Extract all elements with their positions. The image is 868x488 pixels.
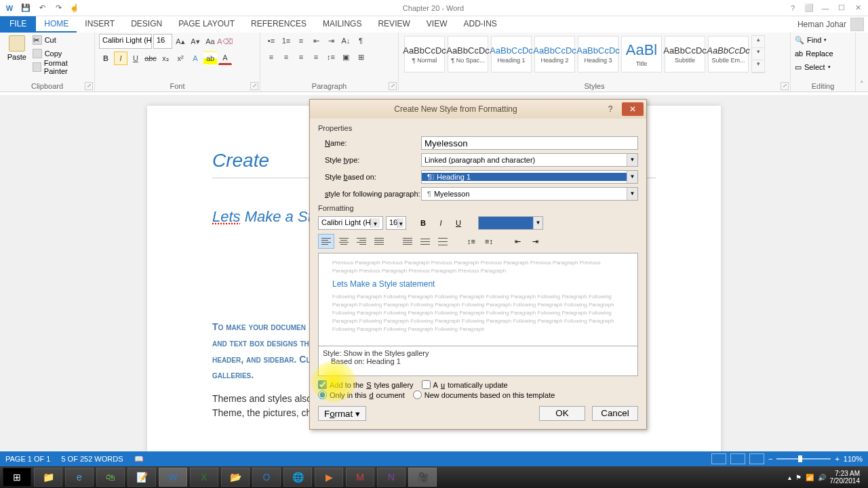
task-ie-icon[interactable]: e [65, 468, 94, 487]
help-icon[interactable]: ? [787, 3, 799, 14]
style-tile-nospacing[interactable]: AaBbCcDc¶ No Spac... [448, 36, 488, 73]
style-tile-heading2[interactable]: AaBbCcDcHeading 2 [534, 36, 575, 73]
dlg-align-center-icon[interactable] [336, 234, 352, 249]
select-button[interactable]: ▭Select▾ [795, 61, 833, 73]
tray-flag-icon[interactable]: ⚑ [795, 474, 802, 481]
dlg-space-after-icon[interactable]: ≡↕ [481, 234, 497, 249]
maximize-icon[interactable]: ☐ [835, 3, 848, 14]
tab-review[interactable]: REVIEW [370, 16, 418, 33]
dlg-justify-icon[interactable] [371, 234, 387, 249]
new-docs-radio[interactable]: New documents based on this template [413, 390, 555, 399]
highlight-icon[interactable]: ab [203, 52, 217, 65]
dialog-close-icon[interactable]: ✕ [622, 102, 644, 116]
paragraph-launcher-icon[interactable]: ⤢ [389, 82, 397, 90]
font-name-combo[interactable]: Calibri Light (H [99, 34, 152, 49]
task-media-icon[interactable]: ▶ [315, 468, 343, 487]
task-camtasia-icon[interactable]: 🎥 [408, 468, 437, 487]
auto-update-checkbox[interactable]: Automatically update [422, 380, 508, 389]
tray-network-icon[interactable]: 📶 [806, 474, 814, 481]
view-print-icon[interactable] [730, 453, 745, 464]
format-button[interactable]: Format ▾ [318, 406, 366, 421]
task-onenote-icon[interactable]: N [377, 468, 406, 487]
tab-home[interactable]: HOME [36, 16, 77, 33]
dlg-bold-icon[interactable]: B [416, 216, 431, 230]
font-launcher-icon[interactable]: ⤢ [250, 82, 258, 90]
dlg-font-color-combo[interactable]: ▼ [478, 216, 543, 230]
minimize-icon[interactable]: — [819, 3, 831, 14]
increase-indent-icon[interactable]: ⇥ [324, 34, 338, 47]
only-this-doc-radio[interactable]: Only in this document [318, 390, 405, 399]
style-tile-subtitle[interactable]: AaBbCcDcSubtitle [665, 36, 705, 73]
status-words[interactable]: 5 OF 252 WORDS [61, 455, 123, 463]
dialog-help-icon[interactable]: ? [601, 104, 619, 114]
style-type-combo[interactable]: Linked (paragraph and character)▼ [421, 153, 638, 167]
tray-volume-icon[interactable]: 🔊 [818, 474, 826, 481]
dlg-decrease-indent-icon[interactable]: ⇤ [509, 234, 526, 249]
font-color-icon[interactable]: A [218, 52, 232, 65]
tab-file[interactable]: FILE [0, 16, 36, 33]
task-app1-icon[interactable]: M [346, 468, 374, 487]
task-outlook-icon[interactable]: O [252, 468, 281, 487]
tab-references[interactable]: REFERENCES [243, 16, 315, 33]
superscript-icon[interactable]: x² [174, 52, 187, 65]
cancel-button[interactable]: Cancel [592, 406, 638, 421]
change-case-icon[interactable]: Aa [203, 35, 217, 48]
style-based-on-combo[interactable]: ¶ͣHeading 1▼ [421, 170, 638, 184]
tab-design[interactable]: DESIGN [123, 16, 170, 33]
tray-clock[interactable]: 7:23 AM 7/20/2014 [830, 470, 861, 485]
user-name[interactable]: Heman Johar [797, 20, 846, 29]
align-right-icon[interactable]: ≡ [294, 50, 308, 64]
style-tile-normal[interactable]: AaBbCcDc¶ Normal [404, 36, 445, 73]
format-painter-button[interactable]: Format Painter [33, 61, 90, 73]
cut-button[interactable]: ✂Cut [33, 34, 90, 46]
ok-button[interactable]: OK [539, 406, 585, 421]
strike-icon[interactable]: abc [144, 52, 157, 65]
replace-button[interactable]: abReplace [795, 47, 833, 60]
paste-button[interactable]: Paste [4, 34, 30, 61]
proofing-icon[interactable]: 📖 [134, 455, 144, 464]
tab-view[interactable]: VIEW [418, 16, 456, 33]
view-web-icon[interactable] [749, 453, 764, 464]
dlg-space-before-icon[interactable]: ↕≡ [463, 234, 479, 249]
status-page[interactable]: PAGE 1 OF 1 [5, 455, 50, 463]
zoom-out-icon[interactable]: − [768, 455, 772, 463]
dlg-size-combo[interactable]: 16▼ [386, 216, 406, 230]
task-sticky-icon[interactable]: 📝 [127, 468, 156, 487]
system-tray[interactable]: ▴ ⚑ 📶 🔊 7:23 AM 7/20/2014 [788, 470, 866, 485]
task-explorer-icon[interactable]: 📁 [34, 468, 62, 487]
dlg-font-combo[interactable]: Calibri Light (Head▼ [318, 216, 383, 230]
line-spacing-icon[interactable]: ↕≡ [324, 50, 338, 64]
name-input[interactable] [421, 136, 638, 150]
redo-icon[interactable]: ↷ [53, 3, 64, 14]
shading-icon[interactable]: ▣ [339, 50, 353, 64]
grow-font-icon[interactable]: A▴ [174, 35, 187, 48]
close-icon[interactable]: ✕ [852, 3, 864, 14]
touch-mode-icon[interactable]: ☝ [69, 3, 80, 14]
italic-icon[interactable]: I [114, 52, 127, 65]
numbering-icon[interactable]: 1≡ [279, 34, 293, 47]
zoom-in-icon[interactable]: + [835, 455, 839, 463]
align-center-icon[interactable]: ≡ [279, 50, 293, 64]
task-excel-icon[interactable]: X [190, 468, 218, 487]
styles-more-button[interactable]: ▴▾▾ [751, 35, 765, 73]
underline-icon[interactable]: U [129, 52, 142, 65]
view-read-icon[interactable] [711, 453, 726, 464]
start-button[interactable]: ⊞ [3, 468, 31, 487]
dlg-underline-icon[interactable]: U [451, 216, 466, 230]
clipboard-launcher-icon[interactable]: ⤢ [85, 82, 93, 90]
tray-show-hidden-icon[interactable]: ▴ [788, 474, 791, 481]
justify-icon[interactable]: ≡ [309, 50, 323, 64]
tab-addins[interactable]: ADD-INS [455, 16, 505, 33]
save-icon[interactable]: 💾 [20, 3, 31, 14]
bullets-icon[interactable]: •≡ [264, 34, 278, 47]
collapse-ribbon-icon[interactable]: ˄ [860, 80, 864, 89]
styles-launcher-icon[interactable]: ⤢ [781, 82, 789, 90]
zoom-slider[interactable] [776, 458, 831, 460]
show-marks-icon[interactable]: ¶ [354, 34, 368, 47]
shrink-font-icon[interactable]: A▾ [189, 35, 202, 48]
style-following-combo[interactable]: ¶Myelesson▼ [421, 187, 638, 201]
dlg-spacing-double-icon[interactable] [435, 234, 451, 249]
add-to-gallery-checkbox[interactable]: Add to the Styles gallery [318, 380, 414, 389]
task-store-icon[interactable]: 🛍 [96, 468, 125, 487]
clear-format-icon[interactable]: A⌫ [218, 35, 232, 48]
